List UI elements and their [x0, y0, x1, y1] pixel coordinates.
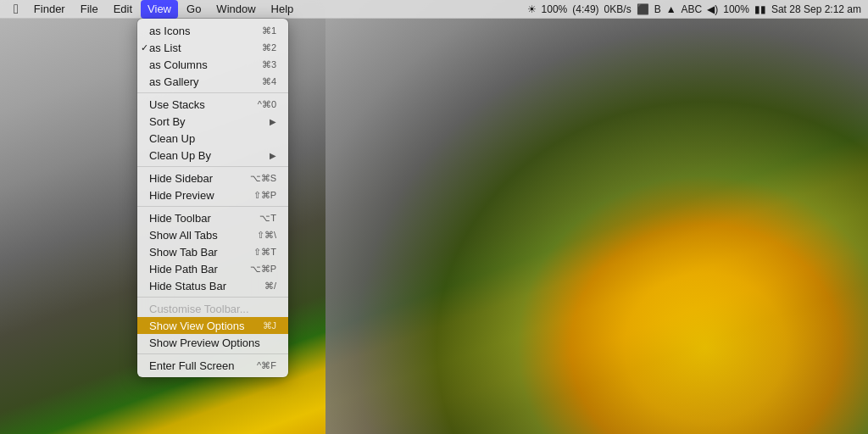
finder-menu[interactable]: Finder — [27, 0, 72, 19]
menu-as-columns[interactable]: as Columns ⌘3 — [137, 56, 288, 73]
separator-4 — [137, 297, 288, 298]
menu-hide-sidebar[interactable]: Hide Sidebar ⌥⌘S — [137, 170, 288, 186]
window-menu[interactable]: Window — [209, 0, 262, 19]
apple-menu[interactable]:  — [7, 0, 25, 19]
help-menu[interactable]: Help — [264, 0, 301, 19]
battery-percentage: 100% — [542, 3, 568, 15]
menu-hide-status-bar[interactable]: Hide Status Bar ⌘/ — [137, 277, 288, 294]
menu-as-list[interactable]: ✓ as List ⌘2 — [137, 39, 288, 56]
menu-customise-toolbar: Customise Toolbar... — [137, 300, 288, 317]
menu-show-view-options[interactable]: Show View Options ⌘J — [137, 317, 288, 334]
separator-3 — [137, 206, 288, 207]
menu-show-all-tabs[interactable]: Show All Tabs ⇧⌘\ — [137, 226, 288, 243]
menubar-left:  Finder File Edit View Go Window Help — [7, 0, 300, 19]
desktop-background — [0, 0, 868, 434]
menu-hide-toolbar[interactable]: Hide Toolbar ⌥T — [137, 209, 288, 226]
menubar:  Finder File Edit View Go Window Help ☀… — [0, 0, 868, 19]
datetime: Sat 28 Sep 2:12 am — [771, 3, 861, 15]
menu-hide-preview[interactable]: Hide Preview ⇧⌘P — [137, 186, 288, 203]
network-speed: 0KB/s — [604, 3, 632, 15]
menu-enter-full-screen[interactable]: Enter Full Screen ^⌘F — [137, 357, 288, 374]
volume-percentage: 100% — [723, 3, 749, 15]
volume-icon[interactable]: ◀) — [707, 3, 718, 15]
lock-icon[interactable]: ⬛ — [637, 3, 649, 15]
separator-1 — [137, 92, 288, 93]
menu-as-icons[interactable]: as Icons ⌘1 — [137, 22, 288, 39]
wifi-icon[interactable]: ▲ — [666, 3, 676, 15]
keyboard-input[interactable]: ABC — [682, 3, 703, 15]
menubar-right: ☀ 100% (4:49) 0KB/s ⬛ B ▲ ABC ◀) 100% ▮▮… — [527, 3, 861, 15]
menu-clean-up-by[interactable]: Clean Up By ▶ — [137, 147, 288, 164]
view-dropdown: as Icons ⌘1 ✓ as List ⌘2 as Columns ⌘3 a… — [137, 19, 288, 377]
menu-hide-path-bar[interactable]: Hide Path Bar ⌥⌘P — [137, 260, 288, 277]
menu-show-preview-options[interactable]: Show Preview Options — [137, 334, 288, 351]
brightness-icon[interactable]: ☀ — [527, 3, 537, 15]
menu-as-gallery[interactable]: as Gallery ⌘4 — [137, 73, 288, 90]
menu-sort-by[interactable]: Sort By ▶ — [137, 113, 288, 130]
bluetooth-icon[interactable]: B — [654, 3, 661, 15]
battery-icon[interactable]: ▮▮ — [754, 3, 766, 15]
go-menu[interactable]: Go — [180, 0, 208, 19]
edit-menu[interactable]: Edit — [107, 0, 139, 19]
file-menu[interactable]: File — [74, 0, 105, 19]
separator-5 — [137, 353, 288, 354]
menu-clean-up[interactable]: Clean Up — [137, 130, 288, 147]
menu-show-tab-bar[interactable]: Show Tab Bar ⇧⌘T — [137, 243, 288, 260]
separator-2 — [137, 166, 288, 167]
menu-use-stacks[interactable]: Use Stacks ^⌘0 — [137, 96, 288, 113]
view-menu[interactable]: View — [141, 0, 178, 19]
battery-time: (4:49) — [572, 3, 598, 15]
sunflower-image — [326, 0, 868, 434]
